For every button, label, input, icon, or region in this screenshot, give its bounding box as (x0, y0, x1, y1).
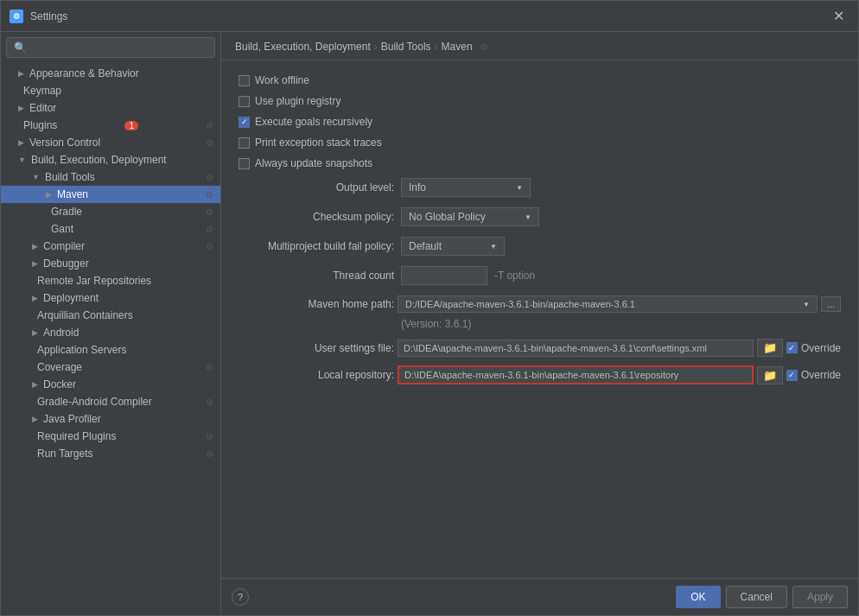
settings-cog-icon: ⚙ (206, 190, 213, 200)
output-level-label: Output level: (239, 181, 394, 194)
sidebar-item-compiler[interactable]: ▶ Compiler ⚙ (1, 238, 220, 255)
sidebar-item-label: Remote Jar Repositories (37, 275, 151, 287)
sidebar-item-docker[interactable]: ▶ Docker (1, 376, 220, 393)
sidebar-item-build-execution[interactable]: ▼ Build, Execution, Deployment (1, 151, 220, 168)
work-offline-label[interactable]: Work offline (239, 74, 309, 86)
always-update-checkbox[interactable] (239, 158, 250, 169)
user-settings-label: User settings file: (239, 342, 394, 354)
arrow-icon: ▶ (32, 242, 38, 251)
sidebar-item-label: Deployment (43, 292, 99, 304)
sidebar-item-app-servers[interactable]: Application Servers (1, 341, 220, 359)
arrow-icon: ▶ (32, 328, 38, 337)
output-level-wrap: Info ▼ (401, 178, 841, 197)
thread-count-input[interactable] (401, 266, 487, 285)
sidebar-item-gant[interactable]: Gant ⚙ (1, 220, 220, 238)
sidebar-item-run-targets[interactable]: Run Targets ⚙ (1, 445, 220, 462)
sidebar-item-remote-jar[interactable]: Remote Jar Repositories (1, 272, 220, 289)
sidebar-item-version-control[interactable]: ▶ Version Control ⚙ (1, 134, 220, 151)
sidebar: 🔍 ▶ Appearance & Behavior Keymap ▶ Edito… (1, 32, 221, 615)
multiproject-policy-wrap: Default ▼ (401, 237, 841, 256)
arrow-icon: ▶ (46, 190, 52, 199)
sidebar-item-coverage[interactable]: Coverage ⚙ (1, 359, 220, 376)
local-repo-label: Local repository: (239, 369, 394, 381)
local-repo-override-checkbox[interactable] (786, 370, 798, 381)
cancel-button[interactable]: Cancel (726, 586, 787, 608)
sidebar-item-plugins[interactable]: Plugins 1 ⚙ (1, 117, 220, 134)
sidebar-item-appearance[interactable]: ▶ Appearance & Behavior (1, 65, 220, 82)
settings-cog-icon: ⚙ (206, 225, 213, 234)
sidebar-item-label: Editor (29, 102, 56, 114)
dropdown-arrow-icon: ▼ (525, 213, 531, 221)
always-update-label[interactable]: Always update snapshots (239, 157, 372, 169)
use-plugin-registry-checkbox[interactable] (239, 96, 250, 107)
sidebar-item-java-profiler[interactable]: ▶ Java Profiler (1, 410, 220, 428)
breadcrumb-cog-icon: ⚙ (480, 41, 488, 53)
work-offline-text: Work offline (255, 74, 309, 86)
search-box[interactable]: 🔍 (6, 37, 215, 58)
close-button[interactable]: ✕ (828, 6, 849, 26)
ok-button[interactable]: OK (676, 586, 720, 608)
local-repo-row: Local repository: 📁 Override (239, 365, 841, 384)
sidebar-item-label: Compiler (43, 240, 85, 252)
maven-home-value: D:/IDEA/apache-maven-3.6.1-bin/apache-ma… (405, 299, 635, 309)
use-plugin-registry-text: Use plugin registry (255, 95, 340, 107)
arrow-icon: ▼ (18, 156, 26, 164)
breadcrumb-part2: Build Tools (381, 41, 431, 53)
user-settings-override-checkbox[interactable] (786, 342, 798, 353)
work-offline-checkbox[interactable] (239, 75, 250, 86)
output-level-value: Info (409, 181, 426, 194)
maven-home-dropdown[interactable]: D:/IDEA/apache-maven-3.6.1-bin/apache-ma… (398, 295, 818, 313)
sidebar-item-build-tools[interactable]: ▼ Build Tools ⚙ (1, 168, 220, 186)
sidebar-item-keymap[interactable]: Keymap (1, 82, 220, 99)
dialog-body: 🔍 ▶ Appearance & Behavior Keymap ▶ Edito… (1, 32, 858, 615)
always-update-text: Always update snapshots (255, 157, 372, 169)
arrow-icon: ▶ (32, 380, 38, 389)
settings-cog-icon: ⚙ (206, 207, 213, 217)
help-button[interactable]: ? (232, 588, 249, 606)
sidebar-item-editor[interactable]: ▶ Editor (1, 99, 220, 117)
sidebar-item-gradle[interactable]: Gradle ⚙ (1, 203, 220, 220)
apply-button[interactable]: Apply (792, 586, 848, 608)
thread-count-row: Thread count -T option (239, 266, 841, 285)
multiproject-policy-dropdown[interactable]: Default ▼ (401, 237, 505, 256)
sidebar-item-android[interactable]: ▶ Android (1, 324, 220, 341)
sidebar-item-gradle-android[interactable]: Gradle-Android Compiler ⚙ (1, 393, 220, 410)
user-settings-input[interactable] (398, 340, 754, 357)
title-bar: ⚙ Settings ✕ (1, 1, 858, 32)
arrow-icon: ▶ (18, 104, 24, 112)
sidebar-item-label: Gant (51, 223, 73, 235)
execute-goals-label[interactable]: Execute goals recursively (239, 116, 372, 128)
sidebar-item-debugger[interactable]: ▶ Debugger (1, 255, 220, 272)
settings-cog-icon: ⚙ (206, 397, 213, 407)
maven-home-wrap: D:/IDEA/apache-maven-3.6.1-bin/apache-ma… (398, 295, 841, 313)
print-exception-label[interactable]: Print exception stack traces (239, 137, 382, 149)
sidebar-item-arquillian[interactable]: Arquillian Containers (1, 307, 220, 324)
checksum-policy-dropdown[interactable]: No Global Policy ▼ (401, 207, 539, 226)
sidebar-item-required-plugins[interactable]: Required Plugins ⚙ (1, 428, 220, 445)
arrow-icon: ▶ (18, 138, 24, 147)
always-update-row: Always update snapshots (239, 157, 841, 169)
print-exception-checkbox[interactable] (239, 137, 250, 149)
sidebar-item-label: Plugins (23, 119, 57, 131)
use-plugin-registry-label[interactable]: Use plugin registry (239, 95, 340, 107)
version-note-text: (Version: 3.6.1) (401, 318, 471, 330)
arrow-icon: ▶ (18, 69, 24, 78)
user-settings-browse-button[interactable]: 📁 (757, 339, 783, 357)
breadcrumb-part1: Build, Execution, Deployment (235, 41, 371, 53)
search-input[interactable] (30, 41, 207, 54)
maven-home-browse-button[interactable]: ... (821, 296, 841, 312)
output-level-dropdown[interactable]: Info ▼ (401, 178, 531, 197)
execute-goals-checkbox[interactable] (239, 117, 250, 128)
maven-home-row: Maven home path: D:/IDEA/apache-maven-3.… (239, 295, 841, 313)
multiproject-policy-row: Multiproject build fail policy: Default … (239, 237, 841, 256)
sidebar-item-label: Appearance & Behavior (29, 67, 139, 79)
local-repo-input[interactable] (398, 365, 754, 384)
checksum-policy-value: No Global Policy (409, 211, 486, 223)
user-settings-row: User settings file: 📁 Override (239, 339, 841, 357)
local-repo-browse-button[interactable]: 📁 (757, 366, 783, 384)
use-plugin-registry-row: Use plugin registry (239, 95, 841, 107)
settings-cog-icon: ⚙ (206, 449, 213, 459)
sidebar-item-maven[interactable]: ▶ Maven ⚙ (1, 186, 220, 203)
sidebar-item-label: Arquillian Containers (37, 309, 133, 321)
sidebar-item-deployment[interactable]: ▶ Deployment (1, 289, 220, 307)
